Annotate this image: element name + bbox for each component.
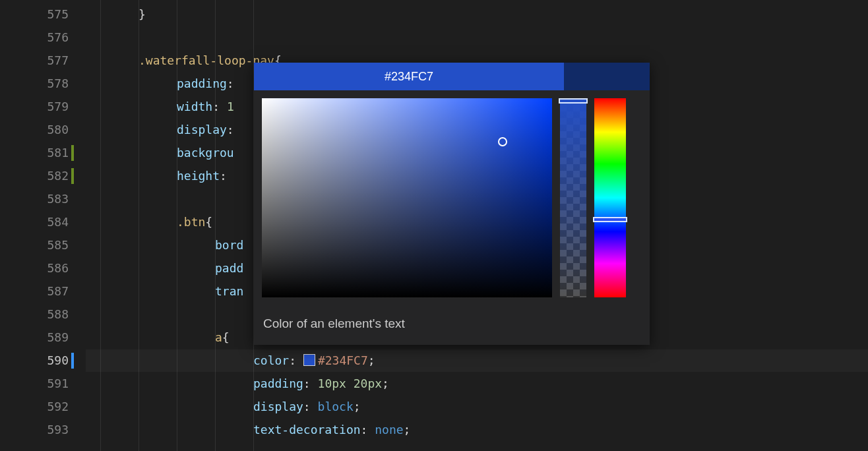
line-number: 575 <box>47 3 69 26</box>
color-picker-header: #234FC7 <box>254 63 650 90</box>
token-num: 10px <box>318 376 346 390</box>
token-punct: : <box>227 76 234 90</box>
token-prop: height <box>177 169 220 183</box>
token-selector: a <box>215 330 222 344</box>
token-punct: : <box>303 400 318 413</box>
token-punct: : <box>289 353 303 367</box>
token-kw: none <box>375 423 403 436</box>
token-punct: : <box>303 376 318 390</box>
token-punct: : <box>361 423 375 436</box>
token-prop: backgrou <box>177 146 234 160</box>
line-number: 590 <box>47 349 69 372</box>
token-punct: : <box>220 169 234 183</box>
code-line[interactable]: } <box>86 3 868 26</box>
line-number: 578 <box>47 73 69 95</box>
token-punct: ; <box>404 423 411 436</box>
token-val: #234FC7 <box>318 353 368 367</box>
token-punct: ; <box>354 400 361 413</box>
token-punct: } <box>139 7 146 21</box>
line-number: 589 <box>47 326 69 349</box>
code-line[interactable]: color: #234FC7; <box>86 349 868 372</box>
code-line[interactable]: text-decoration: none; <box>86 419 868 441</box>
token-prop: padding <box>253 376 303 390</box>
line-number: 584 <box>47 211 69 233</box>
code-editor[interactable]: 5755765775785795805815825835845855865875… <box>0 0 868 451</box>
token-prop: padd <box>215 261 243 275</box>
line-number: 581 <box>47 142 69 164</box>
color-picker-popup[interactable]: #234FC7 Color of an element's text <box>254 63 650 345</box>
hue-slider[interactable] <box>594 98 626 297</box>
alpha-slider[interactable] <box>560 98 586 297</box>
token-prop: bord <box>215 238 243 252</box>
token-punct: : <box>212 100 227 113</box>
token-num: 1 <box>227 100 234 113</box>
line-number: 592 <box>47 396 69 418</box>
line-number: 585 <box>47 234 69 256</box>
line-number: 576 <box>47 26 69 49</box>
gutter-change-marker <box>71 168 74 184</box>
line-number: 588 <box>47 303 69 326</box>
token-prop: text-decoration <box>253 423 361 436</box>
color-swatch-icon[interactable] <box>303 354 315 366</box>
line-number: 587 <box>47 280 69 303</box>
token-punct <box>346 376 354 390</box>
token-prop: display <box>253 400 303 413</box>
token-prop: color <box>253 353 289 367</box>
code-line[interactable]: display: block; <box>86 396 868 418</box>
gutter-change-marker <box>71 353 74 369</box>
color-picker-body <box>254 90 650 305</box>
line-number: 582 <box>47 165 69 187</box>
line-number: 579 <box>47 96 69 118</box>
line-number: 583 <box>47 188 69 210</box>
line-number: 591 <box>47 373 69 395</box>
line-number: 586 <box>47 257 69 280</box>
code-line[interactable]: padding: 10px 20px; <box>86 373 868 395</box>
token-prop: display <box>177 123 227 136</box>
token-punct: : <box>227 123 234 136</box>
token-prop: tran <box>215 284 243 298</box>
line-number: 577 <box>47 49 69 72</box>
token-punct: { <box>222 330 230 344</box>
gutter-change-marker <box>71 145 74 161</box>
token-punct: { <box>205 215 212 229</box>
hue-thumb-icon[interactable] <box>593 217 627 222</box>
token-num: 20px <box>354 376 382 390</box>
token-prop: padding <box>177 76 227 90</box>
token-selector: .btn <box>177 215 205 229</box>
saturation-value-field[interactable] <box>262 98 552 297</box>
color-picker-header-side <box>564 63 650 90</box>
color-picker-description: Color of an element's text <box>254 305 650 345</box>
alpha-thumb-icon[interactable] <box>559 98 588 104</box>
line-number: 580 <box>47 119 69 141</box>
color-picker-hex-readout[interactable]: #234FC7 <box>254 63 564 90</box>
token-prop: width <box>177 100 212 113</box>
token-kw: block <box>318 400 354 413</box>
token-punct: ; <box>368 353 375 367</box>
token-punct: ; <box>382 376 389 390</box>
gutter: 5755765775785795805815825835845855865875… <box>0 0 86 451</box>
sv-cursor-icon[interactable] <box>498 137 507 146</box>
line-number: 593 <box>47 419 69 441</box>
